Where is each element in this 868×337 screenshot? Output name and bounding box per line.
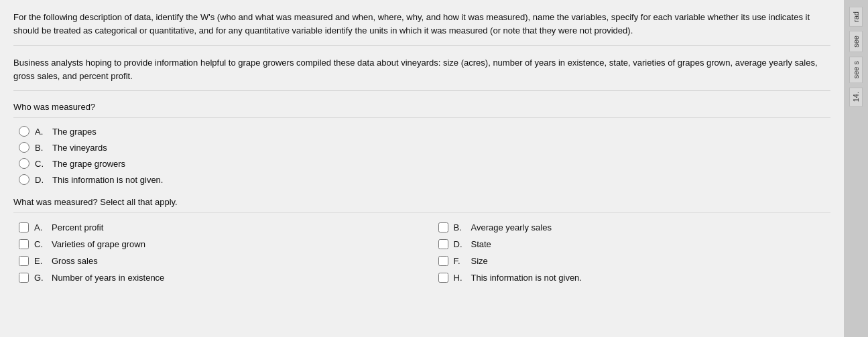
checkbox-letter-e: E. — [34, 256, 46, 266]
checkbox-a[interactable] — [19, 222, 29, 232]
checkbox-option-c[interactable]: C. Varieties of grape grown — [19, 239, 412, 249]
checkbox-text-e: Gross sales — [52, 256, 98, 266]
question1-section: Who was measured? A. The grapes B. The v… — [13, 102, 830, 185]
sidebar-btn-14[interactable]: 14. — [849, 87, 863, 107]
checkbox-f[interactable] — [438, 256, 448, 266]
option-letter-a: A. — [35, 127, 47, 137]
radio-option-d[interactable]: D. This information is not given. — [19, 174, 830, 185]
main-content: For the following description of data, i… — [0, 0, 844, 337]
radio-a[interactable] — [19, 126, 29, 137]
checkbox-letter-a: A. — [34, 222, 46, 232]
radio-c[interactable] — [19, 158, 29, 169]
radio-options: A. The grapes B. The vineyards C. The gr… — [19, 126, 830, 185]
question1-label: Who was measured? — [13, 102, 830, 118]
question2-label: What was measured? Select all that apply… — [13, 197, 830, 213]
checkbox-option-a[interactable]: A. Percent profit — [19, 222, 412, 232]
checkbox-letter-b: B. — [454, 222, 466, 232]
option-letter-d: D. — [35, 175, 47, 185]
checkbox-text-d: State — [471, 239, 491, 249]
instructions-text: For the following description of data, i… — [13, 11, 830, 46]
sidebar-btn-see[interactable]: see — [849, 31, 863, 52]
radio-option-c[interactable]: C. The grape growers — [19, 158, 830, 169]
checkbox-c[interactable] — [19, 239, 29, 249]
checkbox-letter-h: H. — [454, 273, 466, 283]
checkbox-letter-f: F. — [454, 256, 466, 266]
checkbox-option-e[interactable]: E. Gross sales — [19, 256, 412, 266]
checkbox-b[interactable] — [438, 222, 448, 232]
checkbox-option-f[interactable]: F. Size — [438, 256, 831, 266]
option-text-d: This information is not given. — [52, 175, 163, 185]
radio-option-a[interactable]: A. The grapes — [19, 126, 830, 137]
option-letter-c: C. — [35, 159, 47, 169]
checkbox-letter-d: D. — [454, 239, 466, 249]
checkbox-option-d[interactable]: D. State — [438, 239, 831, 249]
checkbox-option-b[interactable]: B. Average yearly sales — [438, 222, 831, 232]
checkbox-letter-c: C. — [34, 239, 46, 249]
checkbox-letter-g: G. — [34, 273, 46, 283]
checkbox-d[interactable] — [438, 239, 448, 249]
checkbox-text-a: Percent profit — [52, 222, 103, 232]
option-text-b: The vineyards — [52, 143, 107, 153]
option-text-c: The grape growers — [52, 159, 125, 169]
checkbox-text-b: Average yearly sales — [471, 222, 552, 232]
checkbox-text-f: Size — [471, 256, 488, 266]
option-text-a: The grapes — [52, 127, 97, 137]
checkbox-e[interactable] — [19, 256, 29, 266]
checkbox-grid: A. Percent profit B. Average yearly sale… — [19, 222, 830, 283]
option-letter-b: B. — [35, 143, 47, 153]
context-text: Business analysts hoping to provide info… — [13, 56, 830, 91]
checkbox-h[interactable] — [438, 273, 448, 283]
checkbox-g[interactable] — [19, 273, 29, 283]
sidebar-btn-rad[interactable]: rad — [849, 7, 863, 27]
checkbox-option-g[interactable]: G. Number of years in existence — [19, 273, 412, 283]
question2-section: What was measured? Select all that apply… — [13, 197, 830, 283]
radio-d[interactable] — [19, 174, 29, 185]
checkbox-option-h[interactable]: H. This information is not given. — [438, 273, 831, 283]
checkbox-text-g: Number of years in existence — [52, 273, 164, 283]
checkbox-text-c: Varieties of grape grown — [52, 239, 145, 249]
radio-option-b[interactable]: B. The vineyards — [19, 142, 830, 153]
radio-b[interactable] — [19, 142, 29, 153]
checkbox-text-h: This information is not given. — [471, 273, 582, 283]
right-sidebar: rad see see s 14. — [844, 0, 868, 337]
sidebar-btn-sees[interactable]: see s — [849, 56, 863, 83]
